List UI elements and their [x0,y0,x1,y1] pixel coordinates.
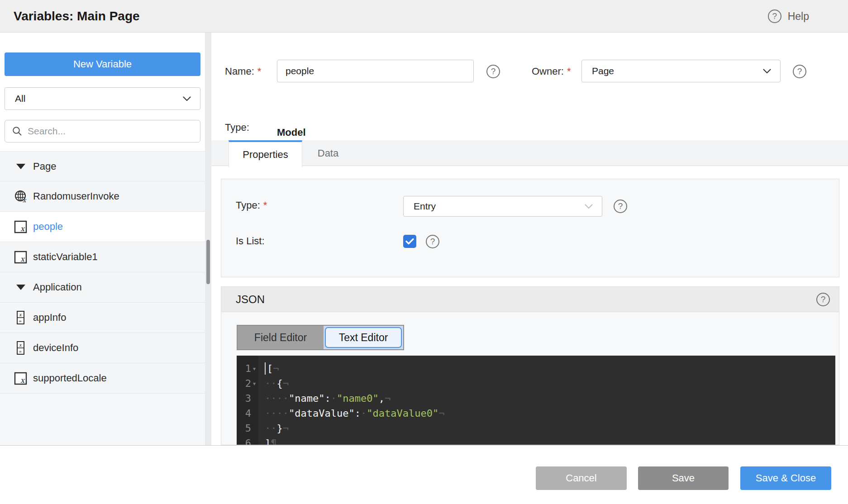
editor-gutter: 1▾ 2▾ 3 4 5 6 [237,356,258,445]
properties-panel: Type: * Entry ? Is List: ? [221,179,839,277]
variable-icon: x [14,250,28,264]
app-variable-icon: x∞ [14,341,28,355]
json-panel: JSON ? Field Editor Text Editor 1▾ 2▾ 3 … [221,286,839,445]
dialog-body: New Variable All Page x Ra [0,33,848,445]
fold-caret-icon[interactable]: ▾ [251,380,257,387]
svg-text:∞: ∞ [19,349,22,354]
entry-type-label: Type: [236,200,260,211]
text-editor-toggle[interactable]: Text Editor [324,326,403,349]
sidebar-item-deviceinfo[interactable]: x∞ deviceInfo [0,333,205,363]
globe-icon: x [14,189,28,204]
editor-mode-toggle: Field Editor Text Editor [237,325,404,350]
is-list-help-icon[interactable]: ? [426,235,439,248]
sidebar-filler [0,394,205,445]
help-question-icon: ? [768,10,781,23]
caret-down-icon [14,280,28,295]
is-list-label: Is List: [236,235,265,247]
json-help-icon[interactable]: ? [816,293,830,306]
search-icon [12,126,22,136]
code-line: ··{¬ [265,376,835,391]
code-line: ]¶ [265,436,835,445]
help-button[interactable]: ? Help [768,10,809,23]
sidebar-item-supportedlocale[interactable]: x supportedLocale [0,363,205,394]
code-line: [¬ [265,361,835,376]
filter-dropdown-value: All [15,93,25,104]
name-label: Name: [225,66,254,77]
chevron-down-icon [763,69,771,74]
type-label: Type: [225,122,249,133]
entry-type-dropdown[interactable]: Entry [403,196,602,217]
variable-icon: x [14,219,28,234]
text-editor-toggle-label: Text Editor [325,327,402,348]
is-list-checkbox[interactable] [403,235,416,248]
owner-dropdown[interactable]: Page [581,60,781,82]
json-panel-header: JSON ? [221,287,839,312]
variables-sidebar: New Variable All Page x Ra [0,33,205,445]
caret-down-icon [14,159,28,174]
chevron-down-icon [585,204,593,209]
entry-type-label-row: Type: * [236,195,267,216]
json-text-editor[interactable]: 1▾ 2▾ 3 4 5 6 [¬ ··{¬ ····"name":·"name0… [237,356,835,445]
sidebar-group-page[interactable]: Page [0,151,205,181]
type-value: Model [277,127,306,138]
entry-type-dropdown-value: Entry [414,201,436,212]
type-label-row: Type: [225,121,249,134]
search-box[interactable] [5,120,200,143]
variable-detail-pane: Name: * ? Owner: * Page ? Type: Model [211,33,848,445]
name-input[interactable] [277,60,474,82]
sidebar-item-people[interactable]: x people [0,212,205,242]
tab-strip: Properties Data [211,140,848,166]
sidebar-item-staticvariable1[interactable]: x staticVariable1 [0,242,205,272]
app-variable-icon: x∞ [14,310,28,325]
entry-type-help-icon[interactable]: ? [614,200,627,213]
svg-text:x: x [23,197,27,203]
name-help-icon[interactable]: ? [486,65,500,78]
field-editor-toggle[interactable]: Field Editor [238,326,324,349]
is-list-label-row: Is List: [236,231,265,252]
checkmark-icon [405,238,414,245]
text-cursor [265,362,266,375]
dialog-footer: Cancel Save Save & Close [0,445,848,504]
variable-list: Page x RandomuserInvoke x people x [0,151,205,394]
sidebar-scrollbar-thumb[interactable] [206,240,210,284]
sidebar-scrollbar[interactable] [205,33,211,445]
new-variable-button[interactable]: New Variable [5,52,200,76]
chevron-down-icon [183,96,191,101]
sidebar-item-randomuserinvoke[interactable]: x RandomuserInvoke [0,181,205,212]
code-line: ····"dataValue":·"dataValue0"¬ [265,406,835,421]
page-title: Variables: Main Page [14,0,140,33]
json-panel-title: JSON [236,287,265,312]
fold-caret-icon[interactable]: ▾ [251,366,257,372]
entry-type-required-marker: * [263,200,267,211]
variables-dialog: Variables: Main Page ? Help New Variable… [0,0,848,504]
code-line: ··}¬ [265,421,835,436]
code-line: ····"name":·"name0",¬ [265,391,835,406]
owner-help-icon[interactable]: ? [793,65,806,78]
name-required-marker: * [257,66,262,77]
name-label-row: Name: * [225,60,261,83]
sidebar-item-appinfo[interactable]: x∞ appInfo [0,303,205,333]
editor-code-area[interactable]: [¬ ··{¬ ····"name":·"name0",¬ ····"dataV… [258,356,835,445]
dialog-header: Variables: Main Page ? Help [0,0,848,33]
filter-dropdown[interactable]: All [5,87,200,110]
save-button[interactable]: Save [638,466,729,490]
help-label: Help [788,10,809,23]
cancel-button[interactable]: Cancel [536,466,627,490]
save-and-close-button[interactable]: Save & Close [740,466,831,490]
tab-properties[interactable]: Properties [229,140,302,167]
owner-required-marker: * [567,66,571,77]
search-input[interactable] [28,126,194,137]
tab-data[interactable]: Data [303,140,353,166]
variable-icon: x [14,371,28,385]
sidebar-group-application[interactable]: Application [0,272,205,303]
owner-dropdown-value: Page [592,66,614,76]
svg-text:∞: ∞ [19,319,22,323]
owner-label: Owner: [532,66,564,77]
owner-label-row: Owner: * [532,60,571,83]
